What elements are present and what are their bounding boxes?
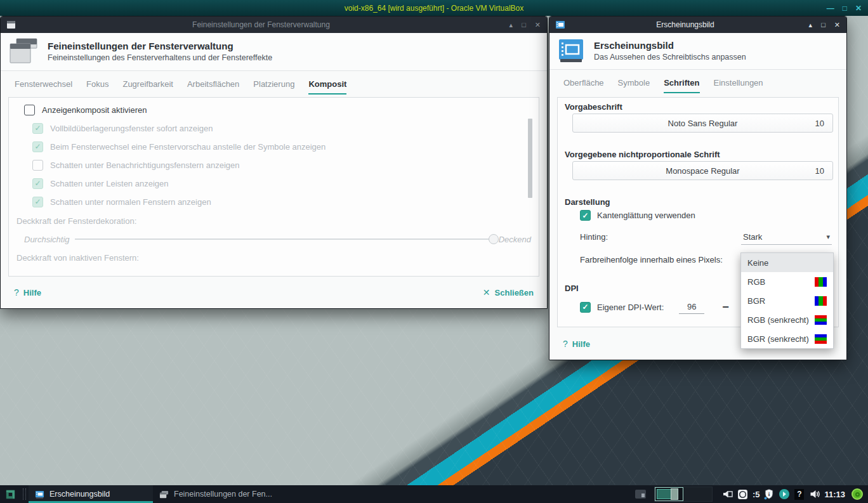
appearance-window: Erscheinungsbild ▴ □ ✕ Erscheinungsbild … xyxy=(549,16,847,360)
checkbox-row-dock-shadow: ✓ Schatten unter Leisten anzeigen xyxy=(32,178,531,189)
hinting-dropdown[interactable]: Stark ▾ xyxy=(741,230,832,245)
tray-audio-icon[interactable] xyxy=(723,489,733,499)
tab-oberflaeche[interactable]: Oberfläche xyxy=(563,78,604,93)
scrollbar[interactable] xyxy=(528,119,532,198)
tray-media-icon[interactable] xyxy=(779,488,790,500)
mono-font-header: Vorgegebene nichtproportionale Schrift xyxy=(565,150,720,159)
workspace-2[interactable] xyxy=(683,487,712,501)
default-font-header: Vorgabeschrift xyxy=(565,102,622,112)
checkbox-label: Vollbildüberlagerungsfenster sofort anze… xyxy=(50,124,213,133)
dpi-input[interactable] xyxy=(679,300,704,314)
virtualbox-window-title: void-x86_64 [wird ausgeführt] - Oracle V… xyxy=(0,4,868,13)
tab-fensterwechsel[interactable]: Fensterwechsel xyxy=(15,79,72,95)
vbox-close-button[interactable]: ✕ xyxy=(855,4,862,13)
dpi-row: ✓ Eigener DPI-Wert: − + xyxy=(580,300,753,314)
mono-font-button[interactable]: Monospace Regular 10 xyxy=(572,161,833,180)
checkbox-label: Beim Fensterwechsel eine Fenstervorschau… xyxy=(50,142,326,152)
wm-tweaks-shade-button[interactable]: ▴ xyxy=(510,21,513,29)
default-font-button[interactable]: Noto Sans Regular 10 xyxy=(572,114,833,133)
help-button[interactable]: ? Hilfe xyxy=(563,339,590,349)
tab-arbeitsflaechen[interactable]: Arbeitsflächen xyxy=(187,79,239,95)
close-window-button[interactable]: ✕ Schließen xyxy=(483,287,534,297)
tray-notification-shield-icon[interactable]: i xyxy=(764,488,774,500)
wm-tweaks-header: Feineinstellungen der Fensterverwaltung … xyxy=(1,33,547,71)
volume-icon[interactable] xyxy=(810,489,820,499)
appearance-header: Erscheinungsbild Das Aussehen des Schrei… xyxy=(549,33,846,70)
help-icon: ? xyxy=(14,287,19,297)
appearance-maximize-button[interactable]: □ xyxy=(821,21,825,29)
appearance-shade-button[interactable]: ▴ xyxy=(809,21,813,29)
appearance-task-icon xyxy=(35,490,44,499)
checkbox-label: Anzeigenkomposit aktivieren xyxy=(42,105,147,115)
slider-handle xyxy=(489,234,499,244)
vbox-minimize-button[interactable]: — xyxy=(827,4,834,13)
workspace-1[interactable] xyxy=(655,487,683,501)
tab-platzierung[interactable]: Platzierung xyxy=(253,79,294,95)
checkbox-compositing[interactable] xyxy=(24,105,35,115)
checkbox-label: Schatten unter normalen Fenstern anzeige… xyxy=(50,197,211,207)
default-font-size: 10 xyxy=(815,119,824,128)
workspace-pager xyxy=(654,487,713,502)
dropdown-option-bgr[interactable]: BGR xyxy=(741,291,833,310)
tray-unknown-icon[interactable]: ? xyxy=(794,489,804,500)
wm-tweaks-titlebar[interactable]: Feineinstellungen der Fensterverwaltung … xyxy=(1,16,547,33)
system-tray: :5 i ? xyxy=(723,488,805,500)
suborder-row: Farbreihenfolge innerhalb eines Pixels: xyxy=(580,255,723,265)
wm-tweaks-content-frame: Anzeigenkomposit aktivieren ✓ Vollbildüb… xyxy=(8,97,539,277)
option-label: RGB (senkrecht) xyxy=(747,315,809,325)
antialias-label: Kantenglättung verwenden xyxy=(597,211,695,220)
bgr-vertical-swatch-icon xyxy=(815,296,827,306)
appearance-page-title: Erscheinungsbild xyxy=(594,40,746,51)
rgb-horizontal-swatch-icon xyxy=(815,315,827,325)
opacity-decoration-label: Deckkraft der Fensterdekoration: xyxy=(16,216,539,226)
panel-handle[interactable] xyxy=(23,488,26,500)
checkbox-row-preview: ✓ Beim Fensterwechsel eine Fenstervorsch… xyxy=(32,141,531,152)
vbox-guest-additions-icon[interactable] xyxy=(852,488,863,500)
dropdown-option-rgb-senkrecht[interactable]: RGB (senkrecht) xyxy=(741,310,833,329)
dpi-label: Eigener DPI-Wert: xyxy=(597,303,664,312)
wm-tweaks-tabs: Fensterwechsel Fokus Zugreifbarkeit Arbe… xyxy=(1,71,547,95)
tab-komposit[interactable]: Komposit xyxy=(308,79,346,95)
taskbar-item-feineinstellungen[interactable]: Feineinstellungen der Fen... xyxy=(153,485,280,503)
tab-schriften[interactable]: Schriften xyxy=(664,78,699,93)
tab-symbole[interactable]: Symbole xyxy=(618,78,650,93)
dpi-decrement-button[interactable]: − xyxy=(722,301,729,313)
applications-menu-button[interactable] xyxy=(0,485,20,503)
option-label: BGR (senkrecht) xyxy=(747,334,809,344)
wm-tweaks-maximize-button[interactable]: □ xyxy=(522,21,526,29)
show-desktop-button[interactable] xyxy=(635,490,646,499)
checkbox-custom-dpi[interactable]: ✓ xyxy=(580,302,591,313)
checkbox-notification-shadow xyxy=(32,160,43,171)
dropdown-option-keine[interactable]: Keine xyxy=(741,253,833,272)
dropdown-option-bgr-senkrecht[interactable]: BGR (senkrecht) xyxy=(741,329,833,348)
dropdown-option-rgb[interactable]: RGB xyxy=(741,272,833,291)
suborder-label: Farbreihenfolge innerhalb eines Pixels: xyxy=(580,255,723,265)
wm-tweaks-titlebar-title: Feineinstellungen der Fensterverwaltung xyxy=(26,20,496,29)
wm-tweaks-page-title: Feineinstellungen der Fensterverwaltung xyxy=(48,41,272,51)
virtualbox-titlebar[interactable]: void-x86_64 [wird ausgeführt] - Oracle V… xyxy=(0,0,868,16)
help-button[interactable]: ? Hilfe xyxy=(14,287,41,297)
close-button-label: Schließen xyxy=(495,288,534,297)
appearance-titlebar-title: Erscheinungsbild xyxy=(575,20,796,29)
taskbar-item-erscheinungsbild[interactable]: Erscheinungsbild xyxy=(29,485,153,503)
help-icon: ? xyxy=(563,339,568,349)
tab-einstellungen[interactable]: Einstellungen xyxy=(714,78,763,93)
checkbox-row-compositing[interactable]: Anzeigenkomposit aktivieren xyxy=(24,104,531,115)
hinting-label: Hinting: xyxy=(580,232,608,242)
checkbox-antialias[interactable]: ✓ xyxy=(580,210,591,221)
tray-clock-icon[interactable] xyxy=(737,489,748,500)
antialias-row: ✓ Kantenglättung verwenden xyxy=(580,210,695,221)
wm-tweaks-close-button[interactable]: ✕ xyxy=(535,21,541,29)
chevron-down-icon: ▾ xyxy=(826,233,830,241)
help-button-label: Hilfe xyxy=(23,288,41,297)
panel-clock[interactable]: 11:13 xyxy=(824,490,845,499)
opacity-slider: Durchsichtig Deckend xyxy=(24,234,531,244)
appearance-titlebar[interactable]: Erscheinungsbild ▴ □ ✕ xyxy=(549,16,846,33)
vbox-maximize-button[interactable]: □ xyxy=(843,4,847,13)
option-label: Keine xyxy=(747,258,768,268)
tab-fokus[interactable]: Fokus xyxy=(86,79,109,95)
mono-font-name: Monospace Regular xyxy=(573,166,832,176)
tab-zugreifbarkeit[interactable]: Zugreifbarkeit xyxy=(122,79,173,95)
appearance-close-button[interactable]: ✕ xyxy=(834,21,840,29)
hinting-value: Stark xyxy=(743,232,762,242)
